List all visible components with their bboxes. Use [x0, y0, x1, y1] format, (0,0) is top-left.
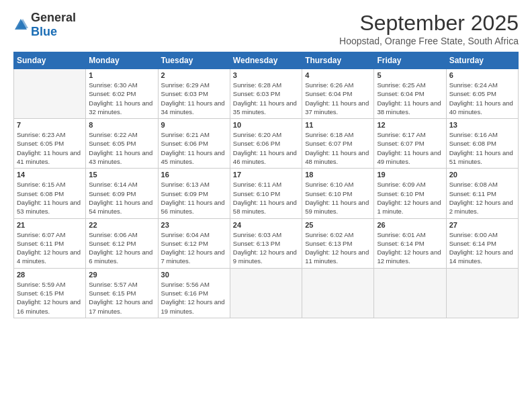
day-info: Sunrise: 6:13 AMSunset: 6:09 PMDaylight:…	[161, 180, 227, 216]
day-number: 30	[161, 271, 227, 279]
day-number: 1	[89, 71, 154, 79]
day-number: 15	[89, 171, 154, 179]
location-subtitle: Hoopstad, Orange Free State, South Afric…	[339, 36, 519, 46]
calendar-cell	[374, 268, 446, 318]
day-info: Sunrise: 6:25 AMSunset: 6:04 PMDaylight:…	[377, 81, 443, 116]
calendar-cell: 4Sunrise: 6:26 AMSunset: 6:04 PMDaylight…	[302, 69, 374, 119]
week-row-3: 14Sunrise: 6:15 AMSunset: 6:08 PMDayligh…	[14, 169, 519, 218]
month-year-title: September 2025	[339, 11, 519, 36]
day-info: Sunrise: 6:02 AMSunset: 6:13 PMDaylight:…	[305, 230, 371, 266]
day-number: 5	[377, 71, 443, 79]
day-number: 12	[377, 121, 443, 129]
day-info: Sunrise: 6:24 AMSunset: 6:05 PMDaylight:…	[449, 81, 515, 116]
calendar-cell: 27Sunrise: 6:00 AMSunset: 6:14 PMDayligh…	[446, 218, 518, 268]
day-info: Sunrise: 6:04 AMSunset: 6:12 PMDaylight:…	[161, 230, 227, 266]
day-number: 6	[449, 71, 515, 79]
day-info: Sunrise: 6:29 AMSunset: 6:03 PMDaylight:…	[161, 81, 227, 116]
day-number: 11	[305, 121, 371, 129]
calendar-cell	[14, 69, 86, 119]
day-info: Sunrise: 6:20 AMSunset: 6:06 PMDaylight:…	[233, 130, 299, 166]
day-info: Sunrise: 6:11 AMSunset: 6:10 PMDaylight:…	[233, 180, 299, 216]
calendar-cell: 16Sunrise: 6:13 AMSunset: 6:09 PMDayligh…	[158, 169, 230, 218]
day-number: 21	[17, 221, 83, 229]
calendar-cell: 3Sunrise: 6:28 AMSunset: 6:03 PMDaylight…	[230, 69, 302, 119]
day-number: 4	[305, 71, 371, 79]
day-number: 27	[449, 221, 515, 229]
day-number: 7	[17, 121, 83, 129]
day-info: Sunrise: 6:28 AMSunset: 6:03 PMDaylight:…	[233, 81, 299, 116]
day-number: 13	[449, 121, 515, 129]
calendar-cell: 24Sunrise: 6:03 AMSunset: 6:13 PMDayligh…	[230, 218, 302, 268]
calendar-cell: 21Sunrise: 6:07 AMSunset: 6:11 PMDayligh…	[14, 218, 86, 268]
week-row-2: 7Sunrise: 6:23 AMSunset: 6:05 PMDaylight…	[14, 119, 519, 169]
logo-general-text: General	[31, 11, 76, 24]
day-number: 24	[233, 221, 299, 229]
weekday-header-row: SundayMondayTuesdayWednesdayThursdayFrid…	[14, 52, 519, 69]
day-number: 29	[89, 271, 154, 279]
day-number: 26	[377, 221, 443, 229]
day-info: Sunrise: 6:01 AMSunset: 6:14 PMDaylight:…	[377, 230, 443, 266]
day-number: 23	[161, 221, 227, 229]
day-info: Sunrise: 6:21 AMSunset: 6:06 PMDaylight:…	[161, 130, 227, 166]
day-info: Sunrise: 5:57 AMSunset: 6:15 PMDaylight:…	[89, 280, 154, 316]
day-info: Sunrise: 6:30 AMSunset: 6:02 PMDaylight:…	[89, 81, 154, 116]
calendar-cell: 6Sunrise: 6:24 AMSunset: 6:05 PMDaylight…	[446, 69, 518, 119]
calendar-cell: 10Sunrise: 6:20 AMSunset: 6:06 PMDayligh…	[230, 119, 302, 169]
day-number: 2	[161, 71, 227, 79]
day-info: Sunrise: 6:06 AMSunset: 6:12 PMDaylight:…	[89, 230, 154, 266]
day-info: Sunrise: 6:14 AMSunset: 6:09 PMDaylight:…	[89, 180, 154, 216]
calendar-cell: 14Sunrise: 6:15 AMSunset: 6:08 PMDayligh…	[14, 169, 86, 218]
calendar-cell: 26Sunrise: 6:01 AMSunset: 6:14 PMDayligh…	[374, 218, 446, 268]
calendar-table: SundayMondayTuesdayWednesdayThursdayFrid…	[13, 52, 519, 318]
calendar-cell: 30Sunrise: 5:56 AMSunset: 6:16 PMDayligh…	[158, 268, 230, 318]
logo-icon	[13, 17, 28, 32]
day-number: 20	[449, 171, 515, 179]
title-area: September 2025 Hoopstad, Orange Free Sta…	[339, 11, 519, 46]
weekday-header-monday: Monday	[86, 52, 158, 69]
day-number: 14	[17, 171, 83, 179]
calendar-cell: 12Sunrise: 6:17 AMSunset: 6:07 PMDayligh…	[374, 119, 446, 169]
calendar-cell: 23Sunrise: 6:04 AMSunset: 6:12 PMDayligh…	[158, 218, 230, 268]
day-info: Sunrise: 6:18 AMSunset: 6:07 PMDaylight:…	[305, 130, 371, 166]
day-info: Sunrise: 6:10 AMSunset: 6:10 PMDaylight:…	[305, 180, 371, 216]
day-info: Sunrise: 5:59 AMSunset: 6:15 PMDaylight:…	[17, 280, 83, 316]
calendar-cell: 5Sunrise: 6:25 AMSunset: 6:04 PMDaylight…	[374, 69, 446, 119]
day-number: 16	[161, 171, 227, 179]
day-number: 19	[377, 171, 443, 179]
day-info: Sunrise: 5:56 AMSunset: 6:16 PMDaylight:…	[161, 280, 227, 316]
calendar-cell: 13Sunrise: 6:16 AMSunset: 6:08 PMDayligh…	[446, 119, 518, 169]
day-info: Sunrise: 6:16 AMSunset: 6:08 PMDaylight:…	[449, 130, 515, 166]
calendar-cell	[230, 268, 302, 318]
day-info: Sunrise: 6:17 AMSunset: 6:07 PMDaylight:…	[377, 130, 443, 166]
calendar-cell: 11Sunrise: 6:18 AMSunset: 6:07 PMDayligh…	[302, 119, 374, 169]
logo: General Blue	[13, 11, 76, 39]
day-number: 22	[89, 221, 154, 229]
day-number: 10	[233, 121, 299, 129]
calendar-cell: 20Sunrise: 6:08 AMSunset: 6:11 PMDayligh…	[446, 169, 518, 218]
week-row-1: 1Sunrise: 6:30 AMSunset: 6:02 PMDaylight…	[14, 69, 519, 119]
calendar-cell: 29Sunrise: 5:57 AMSunset: 6:15 PMDayligh…	[86, 268, 158, 318]
day-number: 8	[89, 121, 154, 129]
day-info: Sunrise: 6:00 AMSunset: 6:14 PMDaylight:…	[449, 230, 515, 266]
weekday-header-sunday: Sunday	[14, 52, 86, 69]
calendar-cell: 22Sunrise: 6:06 AMSunset: 6:12 PMDayligh…	[86, 218, 158, 268]
day-number: 17	[233, 171, 299, 179]
day-number: 25	[305, 221, 371, 229]
calendar-cell: 17Sunrise: 6:11 AMSunset: 6:10 PMDayligh…	[230, 169, 302, 218]
week-row-5: 28Sunrise: 5:59 AMSunset: 6:15 PMDayligh…	[14, 268, 519, 318]
day-number: 18	[305, 171, 371, 179]
calendar-cell: 15Sunrise: 6:14 AMSunset: 6:09 PMDayligh…	[86, 169, 158, 218]
day-number: 9	[161, 121, 227, 129]
calendar-cell: 9Sunrise: 6:21 AMSunset: 6:06 PMDaylight…	[158, 119, 230, 169]
day-number: 28	[17, 271, 83, 279]
week-row-4: 21Sunrise: 6:07 AMSunset: 6:11 PMDayligh…	[14, 218, 519, 268]
day-info: Sunrise: 6:09 AMSunset: 6:10 PMDaylight:…	[377, 180, 443, 216]
day-number: 3	[233, 71, 299, 79]
calendar-cell: 19Sunrise: 6:09 AMSunset: 6:10 PMDayligh…	[374, 169, 446, 218]
calendar-cell: 1Sunrise: 6:30 AMSunset: 6:02 PMDaylight…	[86, 69, 158, 119]
calendar-cell: 8Sunrise: 6:22 AMSunset: 6:05 PMDaylight…	[86, 119, 158, 169]
calendar-cell: 28Sunrise: 5:59 AMSunset: 6:15 PMDayligh…	[14, 268, 86, 318]
day-info: Sunrise: 6:03 AMSunset: 6:13 PMDaylight:…	[233, 230, 299, 266]
weekday-header-tuesday: Tuesday	[158, 52, 230, 69]
weekday-header-friday: Friday	[374, 52, 446, 69]
